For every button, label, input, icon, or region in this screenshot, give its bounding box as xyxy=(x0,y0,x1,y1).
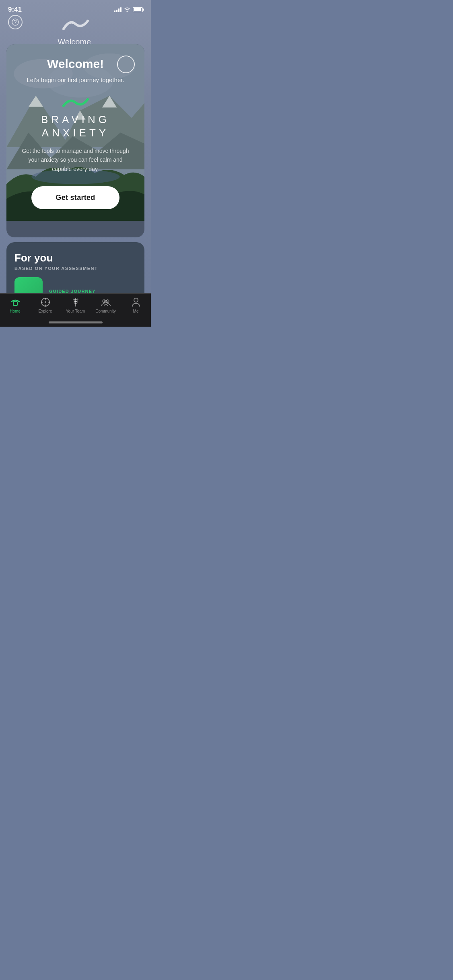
wifi-icon xyxy=(124,6,130,13)
svg-rect-12 xyxy=(13,302,17,305)
tab-your-team[interactable]: Your Team xyxy=(60,297,91,313)
tab-me[interactable]: Me xyxy=(121,297,151,313)
help-icon[interactable] xyxy=(8,15,23,29)
tab-explore[interactable]: Explore xyxy=(30,297,60,313)
your-team-icon xyxy=(70,297,81,307)
card-content: Welcome! Let's begin our first journey t… xyxy=(6,44,144,237)
assessment-label: BASED ON YOUR ASSESSMENT xyxy=(14,266,136,271)
journey-card: Welcome! Let's begin our first journey t… xyxy=(6,44,144,237)
home-icon xyxy=(10,297,21,307)
battery-icon xyxy=(133,7,143,12)
tab-home-label: Home xyxy=(10,309,21,313)
brand-description: Get the tools to manage and move through… xyxy=(16,146,135,173)
for-you-title: For you xyxy=(14,252,136,264)
tab-community-label: Community xyxy=(95,309,116,313)
tab-community[interactable]: Community xyxy=(91,297,121,313)
status-time: 9:41 xyxy=(8,6,22,14)
for-you-card: For you BASED ON YOUR ASSESSMENT GUIDED … xyxy=(6,242,144,293)
community-icon xyxy=(101,297,111,307)
tab-your-team-label: Your Team xyxy=(66,309,85,313)
tab-me-label: Me xyxy=(133,309,139,313)
get-started-button[interactable]: Get started xyxy=(31,186,119,209)
circle-button[interactable] xyxy=(117,56,135,73)
journey-tag: GUIDED JOURNEY xyxy=(49,289,136,293)
card-title: Welcome! xyxy=(47,57,104,71)
brand-name: BRAVING ANXIETY xyxy=(41,113,110,140)
journey-item[interactable]: GUIDED JOURNEY xyxy=(14,277,136,293)
logo-mark-top xyxy=(60,17,92,33)
svg-point-14 xyxy=(45,301,46,303)
content-area[interactable]: Welcome! Let's begin our first journey t… xyxy=(0,44,151,293)
me-icon xyxy=(131,297,141,307)
status-bar: 9:41 xyxy=(0,0,151,17)
tab-bar: Home Explore You xyxy=(0,293,151,327)
status-icons xyxy=(114,6,143,13)
logo-mark-card xyxy=(62,96,90,109)
explore-icon xyxy=(40,297,51,307)
home-indicator xyxy=(49,321,103,323)
card-subtitle: Let's begin our first journey together. xyxy=(27,76,124,85)
journey-thumbnail xyxy=(14,277,43,293)
tab-home[interactable]: Home xyxy=(0,297,30,313)
svg-point-1 xyxy=(15,24,16,25)
signal-icon xyxy=(114,7,121,12)
svg-point-22 xyxy=(104,300,107,303)
tab-explore-label: Explore xyxy=(39,309,52,313)
journey-info: GUIDED JOURNEY xyxy=(49,289,136,293)
svg-point-23 xyxy=(134,298,138,302)
